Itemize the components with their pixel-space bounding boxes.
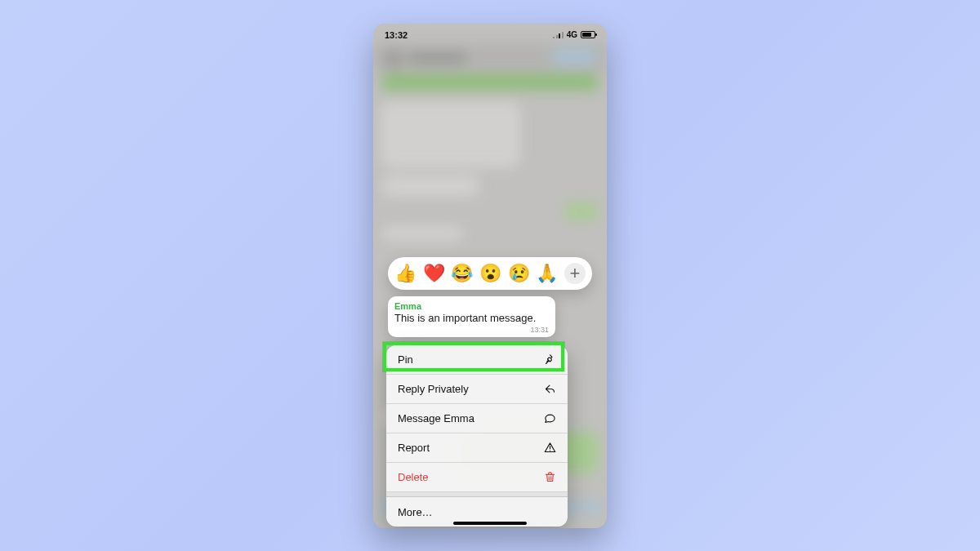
warning-icon xyxy=(544,442,556,454)
phone-frame: 13:32 4G 👍 ❤️ 😂 😮 😢 🙏 + Emma This is an … xyxy=(373,24,607,528)
context-container: 👍 ❤️ 😂 😮 😢 🙏 + Emma This is an important… xyxy=(388,257,592,527)
menu-item-message-user[interactable]: Message Emma xyxy=(386,404,568,433)
battery-icon xyxy=(581,31,595,38)
reaction-add-button[interactable]: + xyxy=(564,263,586,284)
reaction-laugh[interactable]: 😂 xyxy=(451,264,473,282)
menu-label: Message Emma xyxy=(398,412,474,424)
message-sender: Emma xyxy=(394,301,549,311)
reaction-heart[interactable]: ❤️ xyxy=(423,264,445,282)
menu-label: More… xyxy=(398,506,433,518)
chat-icon xyxy=(544,412,556,424)
reaction-sad[interactable]: 😢 xyxy=(508,264,530,282)
pin-icon xyxy=(544,353,556,366)
reaction-pray[interactable]: 🙏 xyxy=(536,264,558,282)
menu-item-reply-privately[interactable]: Reply Privately xyxy=(386,375,568,404)
reaction-wow[interactable]: 😮 xyxy=(479,264,501,282)
menu-label: Pin xyxy=(398,353,413,366)
home-indicator xyxy=(453,522,527,525)
network-label: 4G xyxy=(567,30,577,39)
reaction-bar: 👍 ❤️ 😂 😮 😢 🙏 + xyxy=(388,257,592,290)
status-bar: 13:32 4G xyxy=(373,29,607,42)
reaction-thumbs-up[interactable]: 👍 xyxy=(394,264,416,282)
menu-item-pin[interactable]: Pin xyxy=(386,345,568,375)
reply-icon xyxy=(544,383,556,395)
message-time: 13:31 xyxy=(394,326,549,334)
signal-icon xyxy=(553,32,564,38)
menu-item-delete[interactable]: Delete xyxy=(386,463,568,492)
status-time: 13:32 xyxy=(385,30,408,40)
menu-label: Delete xyxy=(398,471,429,483)
message-text: This is an important message. xyxy=(394,312,549,326)
menu-label: Report xyxy=(398,442,430,454)
menu-label: Reply Privately xyxy=(398,383,469,395)
trash-icon xyxy=(544,471,556,483)
context-menu: Pin Reply Privately Message Emma Report xyxy=(386,345,568,527)
menu-item-report[interactable]: Report xyxy=(386,433,568,463)
selected-message: Emma This is an important message. 13:31 xyxy=(388,296,555,338)
